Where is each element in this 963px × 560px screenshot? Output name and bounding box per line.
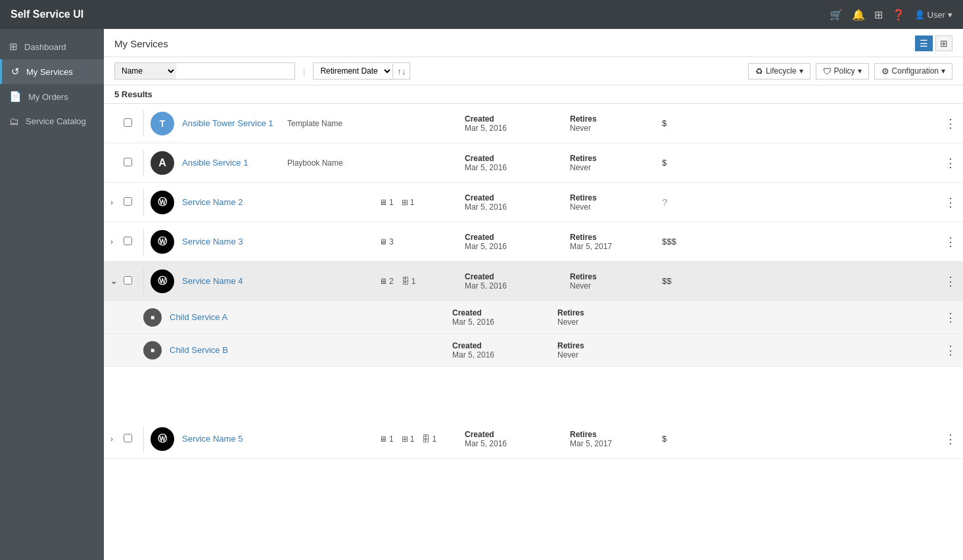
service-cost: $$ [662,276,701,286]
filter-field-select[interactable]: Name Description Owner [115,63,176,79]
table-row: › Ⓦ Service Name 5 🖥 1 ⊞ 1 🗄 [104,419,963,459]
service-name-link[interactable]: Service Name 2 [182,197,287,207]
vm-resource: 🖥 1 [379,434,394,444]
sort-direction-button[interactable]: ↑↓ [392,64,410,79]
service-retires: Retires Never [557,341,649,360]
service-menu-button[interactable]: ⋮ [941,235,956,249]
row-checkbox[interactable] [124,197,137,208]
row-checkbox[interactable] [124,237,137,247]
vm-count: 1 [389,434,394,444]
row-checkbox[interactable] [124,118,137,129]
top-nav: Self Service UI 🛒 🔔 ⊞ ❓ 👤 User ▾ [0,0,963,29]
service-name-link[interactable]: Service Name 3 [182,237,287,246]
vm-resource: 🖥 2 [379,277,394,286]
vm-icon: 🖥 [379,434,387,444]
table-row: › T Ansible Tower Service 1 Template Nam… [104,104,963,143]
configuration-button[interactable]: ⚙ Configuration ▾ [874,63,952,80]
service-name-link[interactable]: Service Name 4 [182,276,287,286]
service-dates: Created Mar 5, 2016 [452,341,557,360]
filter-group: Name Description Owner [114,62,295,80]
service-resources: 🖥 3 [379,237,465,246]
cart-icon[interactable]: 🛒 [830,9,843,21]
vm-icon: 🖥 [379,237,387,246]
service-dates: Created Mar 5, 2016 [465,193,570,212]
lifecycle-icon: ♻ [755,66,763,76]
service-icon: Ⓦ [151,269,174,293]
user-menu[interactable]: 👤 User ▾ [914,10,952,20]
expand-button[interactable]: › [110,434,124,444]
sidebar-item-label: My Services [26,67,73,77]
grid-view-button[interactable]: ⊞ [935,35,952,51]
child-service-icon: ■ [143,341,162,360]
cost-help-icon[interactable]: ? [662,197,667,208]
service-menu-button[interactable]: ⋮ [941,432,956,446]
service-resources: 🖥 1 ⊞ 1 [379,198,465,207]
row-checkbox[interactable] [124,158,137,168]
service-catalog-icon: 🗂 [9,116,19,127]
service-dates: Created Mar 5, 2016 [452,308,557,327]
service-cost: ? [662,197,701,208]
service-menu-button[interactable]: ⋮ [941,116,956,131]
service-resources: 🖥 1 ⊞ 1 🗄 1 [379,434,465,444]
policy-button[interactable]: 🛡 Policy ▾ [816,63,869,80]
storage-count: 1 [411,277,416,286]
service-menu-button[interactable]: ⋮ [941,274,956,289]
row-checkbox[interactable] [124,276,137,287]
row-checkbox[interactable] [124,434,137,444]
service-template: Playbook Name [287,158,379,168]
storage-icon: 🗄 [422,434,430,444]
sidebar: ⊞ Dashboard ↺ My Services 📄 My Orders 🗂 … [0,29,104,560]
service-icon: Ⓦ [151,427,174,451]
table-row: ⌄ Ⓦ Service Name 4 🖥 2 🗄 1 [104,262,963,301]
results-bar: 5 Results [104,85,963,104]
sidebar-item-my-services[interactable]: ↺ My Services [0,59,104,84]
vm-icon: 🖥 [379,277,387,286]
my-services-icon: ↺ [11,66,20,78]
spacer [104,367,963,419]
service-icon: Ⓦ [151,191,174,214]
service-name-link[interactable]: Ansible Service 1 [182,158,287,168]
collapse-button[interactable]: ⌄ [110,277,124,286]
filter-input[interactable] [176,64,294,78]
policy-icon: 🛡 [823,66,832,76]
service-name-link[interactable]: Ansible Tower Service 1 [182,118,287,128]
bell-icon[interactable]: 🔔 [852,9,865,21]
policy-chevron: ▾ [858,66,862,76]
lifecycle-button[interactable]: ♻ Lifecycle ▾ [748,63,810,80]
sidebar-item-label: Service Catalog [26,116,86,126]
service-name-link[interactable]: Service Name 5 [182,434,287,444]
help-icon[interactable]: ❓ [892,9,905,21]
table-row: › Ⓦ Service Name 3 🖥 3 Created Mar 5, 20… [104,222,963,262]
service-dates: Created Mar 5, 2016 [465,272,570,291]
expand-button[interactable]: › [110,237,124,246]
service-menu-button[interactable]: ⋮ [941,156,956,170]
service-cost: $$$ [662,237,701,246]
service-menu-button[interactable]: ⋮ [941,310,956,325]
sidebar-item-my-orders[interactable]: 📄 My Orders [0,84,104,109]
storage-resource: 🗄 1 [422,434,436,444]
results-count: 5 Results [114,89,153,99]
grid-icon[interactable]: ⊞ [874,9,883,21]
child-service-icon: ■ [143,308,162,327]
sidebar-item-label: My Orders [28,92,68,102]
expand-button[interactable]: › [110,198,124,207]
storage-count: 1 [432,434,436,444]
user-chevron-icon: ▾ [948,10,952,20]
service-retires: Retires Mar 5, 2017 [570,233,662,251]
sort-select[interactable]: Retirement Date Name Created [314,63,392,79]
service-menu-button[interactable]: ⋮ [941,195,956,210]
list-view-button[interactable]: ☰ [915,35,933,51]
service-name-link[interactable]: Child Service A [170,312,275,322]
service-cost: $ [662,118,701,128]
my-orders-icon: 📄 [9,91,22,103]
service-name-link[interactable]: Child Service B [170,345,275,355]
main-layout: ⊞ Dashboard ↺ My Services 📄 My Orders 🗂 … [0,29,963,560]
service-template: Template Name [287,119,379,128]
app-title: Self Service UI [11,9,830,20]
sidebar-item-dashboard[interactable]: ⊞ Dashboard [0,34,104,59]
storage-icon: 🗄 [402,277,410,286]
table-row: › A Ansible Service 1 Playbook Name Crea… [104,143,963,183]
sidebar-item-service-catalog[interactable]: 🗂 Service Catalog [0,109,104,133]
user-label: User [928,10,945,20]
service-menu-button[interactable]: ⋮ [941,343,956,358]
